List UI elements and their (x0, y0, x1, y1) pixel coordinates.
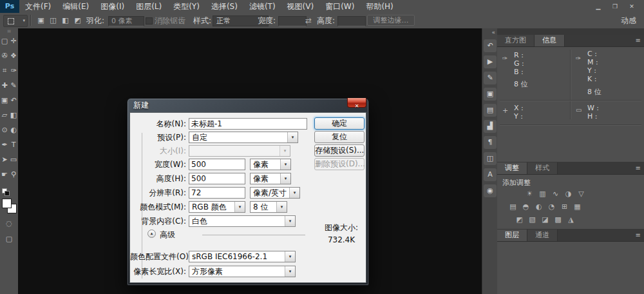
notes-panel-icon[interactable]: ▤ (484, 104, 497, 117)
menu-item[interactable]: 选择(S) (205, 0, 243, 13)
clone-source-panel-icon[interactable]: ▣ (484, 88, 497, 101)
character-panel-icon[interactable]: A (484, 168, 497, 181)
menu-item[interactable]: 文件(F) (19, 0, 57, 13)
type-tool-icon[interactable]: T (9, 137, 18, 152)
clone-stamp-tool-icon[interactable]: ▣ (0, 93, 9, 108)
menu-item[interactable]: 滤镜(T) (243, 0, 281, 13)
tab-layers[interactable]: 图层 (497, 230, 527, 241)
color-profile-select[interactable]: sRGB IEC61966-2.1 ▾ (189, 251, 296, 262)
spot-healing-brush-tool-icon[interactable]: ✚ (0, 78, 9, 93)
black-white-icon[interactable]: ◐ (533, 202, 544, 212)
close-button[interactable]: ✕ (623, 0, 640, 13)
exposure-icon[interactable]: ◑ (563, 189, 574, 199)
threshold-icon[interactable]: ◪ (540, 215, 551, 225)
menu-item[interactable]: 图层(L) (130, 0, 167, 13)
height-input[interactable] (189, 173, 245, 184)
actions-panel-icon[interactable]: ▶ (484, 55, 497, 68)
photo-filter-icon[interactable]: ◔ (546, 202, 557, 212)
save-preset-button[interactable]: 存储预设(S)... (314, 144, 365, 157)
curves-icon[interactable]: ∿ (550, 189, 561, 199)
resolution-unit-select[interactable]: 像素/英寸 ▾ (250, 187, 300, 199)
default-colors-icon[interactable] (2, 188, 10, 196)
tool-preset-picker[interactable]: ▾ (3, 15, 28, 27)
vibrance-icon[interactable]: ▽ (576, 189, 587, 199)
dialog-title-bar[interactable]: 新建 ✕ (128, 99, 368, 112)
width-unit-select[interactable]: 像素 ▾ (250, 159, 291, 170)
hand-tool-icon[interactable]: ☛ (0, 167, 9, 182)
color-mode-select[interactable]: RGB 颜色 ▾ (189, 201, 245, 213)
gradient-tool-icon[interactable]: ◧ (9, 108, 18, 122)
swap-dimensions-icon[interactable]: ⇄ (305, 13, 312, 28)
feather-input[interactable]: 0 像素 (108, 16, 144, 26)
dodge-tool-icon[interactable]: ◐ (9, 122, 18, 137)
menu-item[interactable]: 编辑(E) (57, 0, 95, 13)
navigator-panel-icon[interactable]: ◉ (484, 184, 497, 197)
tab-adjustments[interactable]: 调整 (497, 162, 527, 174)
screen-mode-icon[interactable]: ▢ (0, 235, 18, 243)
tab-styles[interactable]: 样式 (527, 162, 558, 174)
history-brush-tool-icon[interactable]: ↶ (9, 93, 18, 108)
channel-mixer-icon[interactable]: ⊞ (559, 202, 570, 212)
path-selection-tool-icon[interactable]: ➤ (0, 152, 9, 167)
rectangle-tool-icon[interactable]: ▭ (9, 152, 18, 167)
brush-tool-icon[interactable]: ✎ (9, 78, 18, 93)
crop-tool-icon[interactable]: ⌗ (0, 63, 9, 78)
tab-histogram[interactable]: 直方图 (497, 35, 535, 46)
background-select[interactable]: 白色 ▾ (189, 215, 296, 227)
brightness-contrast-icon[interactable]: ☀ (524, 189, 535, 199)
selective-color-icon[interactable]: ◮ (565, 215, 576, 225)
brush-panel-icon[interactable]: ✎ (484, 72, 497, 84)
menu-item[interactable]: 帮助(H) (360, 0, 399, 13)
posterize-icon[interactable]: ▧ (527, 215, 538, 225)
resolution-input[interactable] (189, 187, 245, 199)
intersect-selection-icon[interactable]: ◩ (71, 15, 84, 26)
hue-saturation-icon[interactable]: ▤ (507, 202, 518, 212)
workspace-switcher[interactable]: 动感 (621, 13, 636, 28)
color-lookup-icon[interactable]: ▦ (572, 202, 583, 212)
quick-mask-icon[interactable]: ◌ (0, 219, 18, 228)
advanced-toggle-button[interactable]: ▴ (147, 230, 156, 238)
width-input[interactable] (189, 159, 245, 170)
preset-select[interactable]: 自定 ▾ (189, 132, 298, 143)
name-input[interactable] (189, 118, 307, 130)
tab-info[interactable]: 信息 (535, 35, 565, 46)
restore-button[interactable]: ❐ (607, 0, 623, 13)
height-input[interactable] (337, 16, 366, 26)
new-selection-icon[interactable]: ▣ (35, 15, 47, 26)
pixel-aspect-select[interactable]: 方形像素 ▾ (189, 266, 296, 277)
panel-menu-icon[interactable]: ≡ (636, 162, 641, 174)
toolbar-grip-icon[interactable]: ▤ (0, 28, 18, 34)
width-input[interactable] (278, 16, 307, 26)
add-to-selection-icon[interactable]: ◫ (47, 15, 59, 26)
eyedropper-tool-icon[interactable]: ✑ (9, 63, 18, 78)
history-panel-icon[interactable]: ↶ (484, 39, 497, 52)
levels-icon[interactable]: ▥ (537, 189, 548, 199)
panel-menu-icon[interactable]: ≡ (636, 230, 641, 241)
panel-menu-icon[interactable]: ≡ (636, 35, 641, 46)
refine-edge-button[interactable]: 调整边缘… (367, 15, 415, 26)
expand-panels-icon[interactable]: « (482, 28, 498, 36)
histogram-panel-icon[interactable]: ▟ (484, 120, 497, 133)
tab-channels[interactable]: 通道 (527, 230, 558, 241)
invert-icon[interactable]: ◩ (514, 215, 525, 225)
lasso-tool-icon[interactable]: ✇ (0, 48, 9, 63)
subtract-from-selection-icon[interactable]: ◧ (59, 15, 71, 26)
minimize-button[interactable]: ▁ (590, 0, 607, 13)
move-tool-icon[interactable]: ✛ (9, 34, 18, 48)
menu-item[interactable]: 窗口(W) (319, 0, 360, 13)
gradient-map-icon[interactable]: ▩ (553, 215, 564, 225)
zoom-tool-icon[interactable]: ⚲ (9, 167, 18, 182)
height-unit-select[interactable]: 像素 ▾ (250, 173, 291, 184)
paragraph-panel-icon[interactable]: ¶ (484, 136, 497, 149)
dialog-close-button[interactable]: ✕ (347, 98, 366, 108)
ok-button[interactable]: 确定 (314, 117, 365, 130)
color-depth-select[interactable]: 8 位 ▾ (250, 201, 287, 213)
blur-tool-icon[interactable]: ⊙ (0, 122, 9, 137)
menu-item[interactable]: 图像(I) (95, 0, 130, 13)
layer-comps-panel-icon[interactable]: ◫ (484, 152, 497, 165)
antialias-checkbox[interactable] (146, 17, 153, 24)
quick-selection-tool-icon[interactable]: ❖ (9, 48, 18, 63)
menu-item[interactable]: 类型(Y) (167, 0, 205, 13)
foreground-color-swatch[interactable] (2, 199, 12, 208)
menu-item[interactable]: 视图(V) (281, 0, 320, 13)
